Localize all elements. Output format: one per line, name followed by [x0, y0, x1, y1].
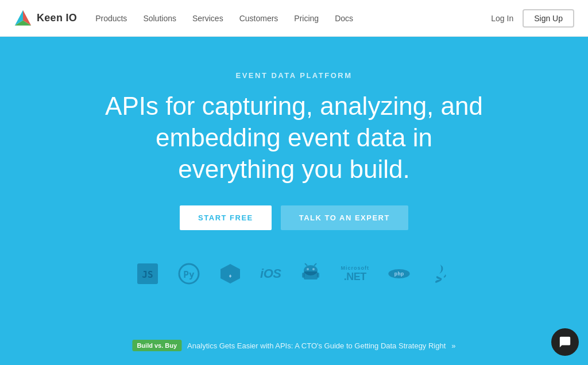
chat-button[interactable]	[551, 328, 579, 356]
banner-arrow: »	[451, 341, 455, 350]
hero-eyebrow: EVENT DATA PLATFORM	[235, 71, 352, 80]
nav-links: Products Solutions Services Customers Pr…	[95, 14, 491, 23]
dotnet-icon: Microsoft .NET	[341, 265, 369, 283]
start-free-button[interactable]: START FREE	[180, 205, 272, 230]
android-icon	[299, 262, 322, 285]
tech-icons-row: JS Py ♦ iOS	[136, 262, 452, 285]
svg-point-12	[312, 268, 315, 270]
php-icon: php	[388, 262, 411, 285]
banner-message: Analytics Gets Easier with APIs: A CTO's…	[187, 341, 446, 350]
svg-text:php: php	[394, 270, 404, 277]
nav-actions: Log In Sign Up	[491, 9, 574, 28]
svg-point-11	[307, 268, 309, 270]
hero-section: EVENT DATA PLATFORM APIs for capturing, …	[0, 37, 588, 365]
signup-button[interactable]: Sign Up	[523, 9, 574, 28]
svg-text:♦: ♦	[229, 273, 231, 279]
ruby-icon: ♦	[219, 262, 242, 285]
talk-expert-button[interactable]: TALK TO AN EXPERT	[281, 205, 408, 230]
java-icon	[429, 262, 452, 285]
svg-text:Py: Py	[183, 269, 195, 280]
svg-rect-16	[317, 273, 319, 278]
nav-solutions[interactable]: Solutions	[143, 14, 176, 23]
build-vs-buy-badge: Build vs. Buy	[132, 340, 181, 351]
python-icon: Py	[177, 262, 200, 285]
logo-text: Keen IO	[37, 12, 77, 24]
navbar: Keen IO Products Solutions Services Cust…	[0, 0, 588, 37]
logo[interactable]: Keen IO	[14, 9, 77, 28]
svg-text:JS: JS	[142, 269, 153, 280]
ios-icon: iOS	[260, 266, 281, 281]
nav-services[interactable]: Services	[192, 14, 223, 23]
svg-rect-10	[304, 271, 318, 279]
bottom-banner[interactable]: Build vs. Buy Analytics Gets Easier with…	[132, 340, 455, 351]
svg-line-13	[305, 263, 307, 266]
svg-rect-15	[302, 273, 304, 278]
login-button[interactable]: Log In	[491, 14, 513, 23]
svg-line-14	[314, 263, 316, 266]
nav-products[interactable]: Products	[95, 14, 127, 23]
hero-headline: APIs for capturing, analyzing, and embed…	[99, 90, 489, 185]
hero-buttons: START FREE TALK TO AN EXPERT	[180, 205, 408, 230]
nav-docs[interactable]: Docs	[335, 14, 353, 23]
js-icon: JS	[136, 262, 159, 285]
nav-customers[interactable]: Customers	[239, 14, 278, 23]
nav-pricing[interactable]: Pricing	[294, 14, 319, 23]
